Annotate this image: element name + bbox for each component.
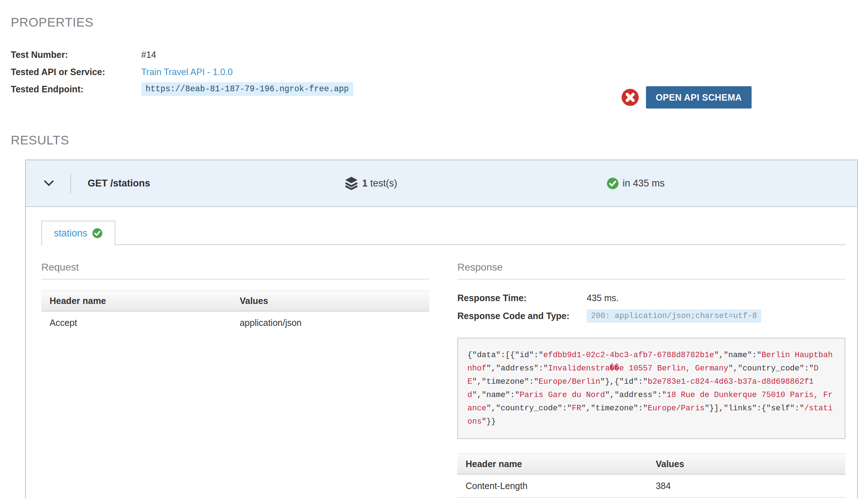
request-column: Request Header nameValuesAcceptapplicati… xyxy=(41,262,429,498)
json-plain-segment: ","name":" xyxy=(714,351,762,360)
json-plain-segment: "}],"links":{"self":" xyxy=(705,404,804,413)
request-heading: Request xyxy=(41,262,429,280)
x-circle-icon xyxy=(621,88,640,107)
response-code-label: Response Code and Type: xyxy=(457,311,587,321)
response-code-chip: 200: application/json;charset=utf-8 xyxy=(587,309,761,323)
tests-count-suffix: test(s) xyxy=(368,178,397,189)
property-label: Tested Endpoint: xyxy=(11,84,141,94)
table-row: Content-Length384 xyxy=(457,474,845,498)
table-header-row: Header nameValues xyxy=(457,454,845,474)
tests-count-number: 1 xyxy=(362,178,368,189)
json-plain-segment: ","address":" xyxy=(486,364,548,373)
open-api-schema-button[interactable]: OPEN API SCHEMA xyxy=(646,86,752,109)
tested-api-link[interactable]: Train Travel API - 1.0.0 xyxy=(141,67,233,77)
check-circle-icon xyxy=(606,177,619,190)
table-cell: Accept xyxy=(41,311,231,334)
json-plain-segment: ","country_code":" xyxy=(728,364,814,373)
response-meta: Response Time: 435 ms. Response Code and… xyxy=(457,289,845,325)
response-time-row: Response Time: 435 ms. xyxy=(457,289,845,307)
response-heading: Response xyxy=(457,262,845,280)
json-plain-segment: ","address":" xyxy=(605,391,667,400)
column-header: Header name xyxy=(457,454,647,474)
table-cell: application/json xyxy=(231,311,429,334)
json-string-segment: Europe/Paris xyxy=(648,404,705,413)
table-cell: Content-Length xyxy=(457,474,647,498)
results-title: RESULTS xyxy=(11,133,858,147)
table-header-row: Header nameValues xyxy=(41,291,429,311)
response-code-row: Response Code and Type: 200: application… xyxy=(457,307,845,325)
json-plain-segment: ","country_code":" xyxy=(486,404,572,413)
layers-icon xyxy=(344,176,359,190)
json-plain-segment: "}} xyxy=(482,417,496,426)
response-time-value: 435 ms. xyxy=(587,293,619,303)
duration-label: in 435 ms xyxy=(623,178,665,189)
json-plain-segment: ","timezone":" xyxy=(472,377,539,386)
json-string-segment: Paris Gare du Nord xyxy=(520,391,605,400)
top-actions: OPEN API SCHEMA xyxy=(621,86,752,109)
chevron-down-icon[interactable] xyxy=(42,177,55,190)
property-row-test-number: Test Number: #14 xyxy=(11,46,858,63)
duration-group: in 435 ms xyxy=(606,177,665,190)
tests-count-group: 1 test(s) xyxy=(344,176,397,190)
report-page: PROPERTIES Test Number: #14 Tested API o… xyxy=(0,0,868,498)
result-panel-header[interactable]: GET /stations 1 test(s) xyxy=(26,160,857,207)
check-circle-icon xyxy=(92,228,103,239)
tested-endpoint-chip: https://8eab-81-187-79-196.ngrok-free.ap… xyxy=(141,82,353,96)
table-cell: 384 xyxy=(647,474,845,498)
property-label: Test Number: xyxy=(11,50,141,60)
table-row: Acceptapplication/json xyxy=(41,311,429,334)
tests-count-text: 1 test(s) xyxy=(362,178,397,189)
json-plain-segment: {"data":[{"id":" xyxy=(467,351,543,360)
tab-bar: stations xyxy=(41,221,845,245)
json-string-segment: FR xyxy=(572,404,581,413)
json-string-segment: Europe/Berlin xyxy=(539,377,600,386)
column-header: Values xyxy=(647,454,845,474)
json-string-segment: efdbb9d1-02c2-4bc3-afb7-6788d8782b1e xyxy=(543,351,714,360)
json-plain-segment: ","name":" xyxy=(472,391,520,400)
property-row-tested-api: Tested API or Service: Train Travel API … xyxy=(11,63,858,80)
response-headers-wrap: Header nameValuesContent-Length384DateTh… xyxy=(457,453,845,498)
request-headers-table: Header nameValuesAcceptapplication/json xyxy=(41,290,429,334)
request-response-columns: Request Header nameValuesAcceptapplicati… xyxy=(41,262,845,498)
property-label: Tested API or Service: xyxy=(11,67,141,77)
tab-label: stations xyxy=(54,228,87,239)
json-string-segment: Invalidenstra��e 10557 Berlin, Germany xyxy=(548,364,728,373)
response-column: Response Response Time: 435 ms. Response… xyxy=(457,262,845,498)
column-header: Header name xyxy=(41,291,231,311)
test-number-value: #14 xyxy=(141,50,156,60)
result-panel: GET /stations 1 test(s) xyxy=(25,160,858,498)
response-headers-table: Header nameValuesContent-Length384DateTh… xyxy=(457,453,845,498)
properties-section: Test Number: #14 Tested API or Service: … xyxy=(11,46,858,98)
json-plain-segment: ","timezone":" xyxy=(581,404,648,413)
tab-stations[interactable]: stations xyxy=(41,221,115,245)
method-path-label: GET /stations xyxy=(88,178,150,189)
properties-title: PROPERTIES xyxy=(11,15,858,29)
response-time-label: Response Time: xyxy=(457,293,587,303)
header-divider xyxy=(70,173,71,193)
column-header: Values xyxy=(231,291,429,311)
json-plain-segment: "},{"id":" xyxy=(600,377,648,386)
result-panel-body: stations Request Header nameValuesAccept… xyxy=(26,207,857,498)
response-body-json: {"data":[{"id":"efdbb9d1-02c2-4bc3-afb7-… xyxy=(457,338,845,439)
